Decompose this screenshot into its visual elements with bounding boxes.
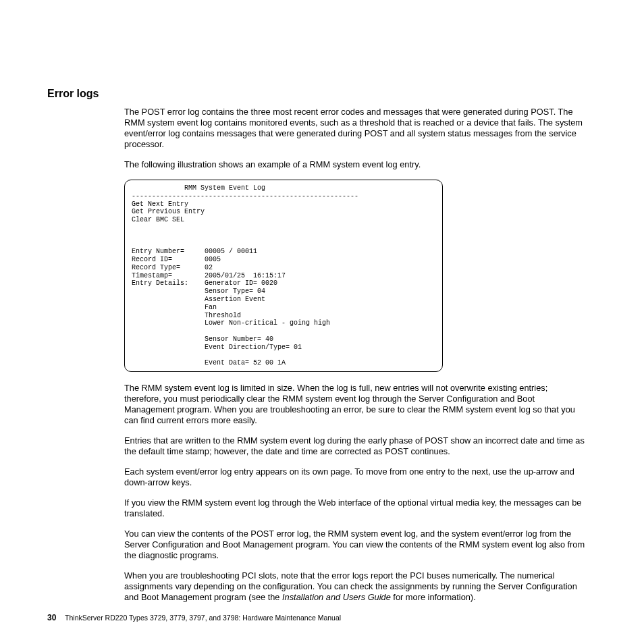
log-field: Lower Non-critical - going high [132, 319, 435, 327]
log-field: Threshold [132, 312, 435, 320]
log-field: Entry Details: Generator ID= 0020 [132, 279, 435, 288]
paragraph: When you are troubleshooting PCI slots, … [124, 570, 587, 603]
log-cmd: Get Next Entry [132, 200, 435, 209]
log-field: Record ID= 0005 [132, 256, 435, 264]
paragraph: If you view the RMM system event log thr… [124, 498, 587, 519]
italic-text: Installation and Users Guide [282, 592, 391, 602]
paragraph: The RMM system event log is limited in s… [124, 383, 587, 426]
paragraph: Each system event/error log entry appear… [124, 466, 587, 488]
footer-text: ThinkServer RD220 Types 3729, 3779, 3797… [65, 614, 341, 622]
page-footer: 30 ThinkServer RD220 Types 3729, 3779, 3… [47, 613, 341, 622]
section-heading: Error logs [47, 88, 587, 100]
log-field: Timestamp= 2005/01/25 16:15:17 [132, 272, 435, 280]
paragraph: The POST error log contains the three mo… [124, 107, 587, 150]
paragraph: The following illustration shows an exam… [124, 159, 587, 170]
log-field: Event Data= 52 00 1A [132, 359, 435, 367]
log-field: Fan [132, 304, 435, 312]
text: for more information). [391, 592, 476, 602]
log-field: Sensor Type= 04 [132, 288, 435, 296]
log-cmd: Get Previous Entry [132, 208, 435, 216]
paragraph: Entries that are written to the RMM syst… [124, 435, 587, 457]
log-field: Assertion Event [132, 296, 435, 304]
log-title: RMM System Event Log [132, 184, 435, 192]
log-field: Record Type= 02 [132, 264, 435, 272]
log-field: Event Direction/Type= 01 [132, 344, 435, 352]
log-field: Sensor Number= 40 [132, 336, 435, 344]
page-number: 30 [47, 613, 56, 622]
paragraph: You can view the contents of the POST er… [124, 529, 587, 561]
log-field: Entry Number= 00005 / 00011 [132, 248, 435, 256]
log-illustration: RMM System Event Log--------------------… [124, 180, 443, 372]
log-rule: ----------------------------------------… [132, 192, 435, 200]
log-cmd: Clear BMC SEL [132, 216, 435, 224]
